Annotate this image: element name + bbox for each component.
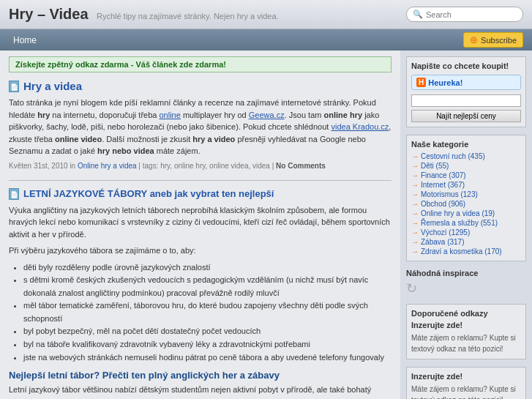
sidebar-categories-widget: Naše kategorie Cestovní ruch (435) Děti …	[406, 135, 526, 261]
document-icon-2: 📄	[9, 188, 19, 200]
category-link[interactable]: Obchod (906)	[421, 200, 465, 208]
nav-home[interactable]: Home	[9, 34, 41, 47]
sidebar-inzerujte1-text: Máte zájem o reklamu? Kupte si textový o…	[411, 332, 521, 354]
category-link[interactable]: Cestovní ruch (435)	[421, 152, 485, 160]
category-item: Děti (55)	[411, 161, 521, 171]
sidebar-inzerujte1-title: Inzerujte zde!	[411, 321, 521, 329]
article1-text2: na internetu, doporučuji třeba	[50, 111, 159, 119]
sidebar-inspiration-widget: Náhodná inspirace ↻	[406, 269, 526, 297]
article1-bold5: hry nebo videa	[97, 146, 154, 155]
sidebar-heureka-widget: Napište co chcete koupit! H Heureka! Naj…	[406, 56, 526, 127]
article2-sub-body: Letní jazykový tábor většinou nabízí dět…	[9, 384, 391, 399]
article1-meta-date: Květen 31st, 2010 in	[9, 162, 78, 170]
category-item: Cestovní ruch (435)	[411, 152, 521, 161]
article2-bullet-list: děti byly rozděleny podle úrovně jazykov…	[23, 261, 391, 365]
article1-meta-category[interactable]: Online hry a videa	[78, 162, 137, 170]
search-box[interactable]: 🔍	[406, 7, 523, 22]
header: Hry – Videa Rychlé tipy na zajímavé strá…	[0, 0, 532, 29]
article1-link3[interactable]: videa Kradou.cz	[331, 122, 389, 131]
list-item: děti byly rozděleny podle úrovně jazykov…	[23, 261, 391, 275]
article1-bold4: hry a video	[192, 135, 235, 143]
category-item: Obchod (906)	[411, 199, 521, 209]
article2-title-row: 📄 LETNÍ JAZYKOVÉ TÁBORY aneb jak vybrat …	[9, 188, 391, 200]
article1-link2[interactable]: Geewa.cz	[249, 111, 285, 119]
subscribe-button[interactable]: ⊛ Subscribe	[463, 32, 523, 48]
category-item: Zdraví a kosmetika (170)	[411, 247, 521, 256]
article2-subheading: Nejlepší letní tábor? Přečti ten plný an…	[9, 370, 391, 381]
category-link[interactable]: Výchozí (1295)	[421, 228, 470, 236]
search-icon: 🔍	[413, 10, 423, 19]
category-item: Motorismus (123)	[411, 190, 521, 199]
article-hry-videa: 📄 Hry a videa Tato stránka je nyní bloge…	[9, 80, 391, 170]
category-link[interactable]: Děti (55)	[421, 162, 449, 170]
article1-link1[interactable]: online	[160, 111, 181, 119]
sidebar-inspiration-title: Náhodná inspirace	[406, 269, 526, 277]
article2-body2: Při výběru jazykového tábora se zajímáme…	[9, 246, 196, 255]
category-link[interactable]: Motorismus (123)	[421, 190, 478, 198]
category-item: Internet (367)	[411, 180, 521, 190]
category-item: Výchozí (1295)	[411, 228, 521, 237]
refresh-icon: ↻	[406, 280, 526, 297]
article1-title-link[interactable]: Hry a videa	[23, 80, 82, 92]
category-link[interactable]: Finance (307)	[421, 171, 466, 179]
article2-body1: Výuka angličtiny na jazykových letních t…	[9, 206, 390, 239]
site-subtitle: Rychlé tipy na zajímavé stránky. Nejen h…	[97, 12, 279, 20]
category-link[interactable]: Zdraví a kosmetika (170)	[421, 247, 502, 256]
sidebar-links-widget: Doporučené odkazy Inzerujte zde! Máte zá…	[406, 304, 526, 359]
sidebar-widget1-title: Napište co chcete koupit!	[411, 61, 521, 70]
article2-sub-text1: Letní jazykový tábor většinou nabízí dět…	[9, 385, 388, 399]
site-title: Hry – Videa	[9, 6, 89, 22]
navbar: Home ⊛ Subscribe	[0, 29, 532, 51]
list-item: s dětmi kromě českých zkušených vedoucíc…	[23, 274, 391, 299]
article-tabory: 📄 LETNÍ JAZYKOVÉ TÁBORY aneb jak vybrat …	[9, 188, 391, 400]
article1-bold1: hry	[37, 111, 50, 119]
list-item: byl na táboře kvalifikovaný zdravotník v…	[23, 338, 391, 351]
header-branding: Hry – Videa Rychlé tipy na zajímavé strá…	[9, 6, 279, 23]
sidebar-inzerujte2-widget: Inzerujte zde! Máte zájem o reklamu? Kup…	[406, 367, 526, 399]
category-link[interactable]: Internet (367)	[421, 181, 465, 189]
sidebar: Napište co chcete koupit! H Heureka! Naj…	[400, 51, 532, 399]
category-item: Online hry a videa (19)	[411, 209, 521, 218]
article1-meta: Květen 31st, 2010 in Online hry a videa …	[9, 162, 391, 170]
article2-intro: Výuka angličtiny na jazykových letních t…	[9, 204, 391, 241]
article1-text9: máte zájem.	[154, 146, 201, 155]
sidebar-categories-title: Naše kategorie	[411, 140, 521, 149]
category-link[interactable]: Online hry a videa (19)	[421, 209, 495, 217]
search-input[interactable]	[426, 10, 517, 19]
page-layout: Získejte zpětný odkaz zdarma - Váš článe…	[0, 51, 532, 399]
category-link[interactable]: Řemesla a služby (551)	[421, 219, 498, 227]
heureka-search-button[interactable]: Najít nejlepší ceny	[411, 110, 521, 122]
article1-text3: multiplayer hry od	[181, 111, 249, 119]
promo-link[interactable]: Získejte zpětný odkaz zdarma - Váš článe…	[15, 60, 226, 69]
heureka-search-input[interactable]	[411, 94, 521, 107]
article1-bold2: online hry	[324, 111, 363, 119]
article1-meta-tags: | tags: hry, online hry, online videa, v…	[137, 162, 276, 170]
sidebar-inzerujte2-title: Inzerujte zde!	[411, 372, 521, 381]
document-icon: 📄	[9, 81, 19, 92]
heureka-icon: H	[416, 78, 426, 87]
subscribe-label: Subscribe	[481, 36, 517, 45]
category-item: Zábava (317)	[411, 237, 521, 247]
article1-body: Tato stránka je nyní blogem kde píší rek…	[9, 97, 391, 157]
article1-text7: . Další možnosti je zkusit	[102, 135, 192, 143]
rss-icon: ⊛	[470, 34, 478, 45]
article2-intro2: Při výběru jazykového tábora se zajímáme…	[9, 245, 391, 257]
list-item: měl tábor tematické zaměření, táborovou …	[23, 299, 391, 325]
promo-bar: Získejte zpětný odkaz zdarma - Váš článe…	[9, 56, 391, 72]
article1-title-row: 📄 Hry a videa	[9, 80, 391, 92]
article-divider	[9, 180, 391, 181]
category-list: Cestovní ruch (435) Děti (55) Finance (3…	[411, 152, 521, 256]
article1-text4: . Jsou tam	[285, 111, 324, 119]
list-item: jste na webových stránkách nemuseli hodi…	[23, 351, 391, 365]
article1-no-comments: No Comments	[276, 162, 326, 170]
sidebar-inzerujte2-text: Máte zájem o reklamu? Kupte si textový o…	[411, 384, 521, 399]
article1-bold3: online video	[55, 135, 102, 143]
category-link[interactable]: Zábava (317)	[421, 238, 464, 246]
article2-title-link[interactable]: LETNÍ JAZYKOVÉ TÁBORY aneb jak vybrat te…	[23, 188, 274, 199]
main-content: Získejte zpětný odkaz zdarma - Váš článe…	[0, 51, 400, 399]
category-item: Řemesla a služby (551)	[411, 218, 521, 228]
heureka-label: Heureka!	[428, 78, 462, 87]
list-item: byl pobyt bezpečný, měl na počet dětí do…	[23, 325, 391, 338]
category-item: Finance (307)	[411, 171, 521, 180]
sidebar-links-title: Doporučené odkazy	[411, 309, 521, 318]
